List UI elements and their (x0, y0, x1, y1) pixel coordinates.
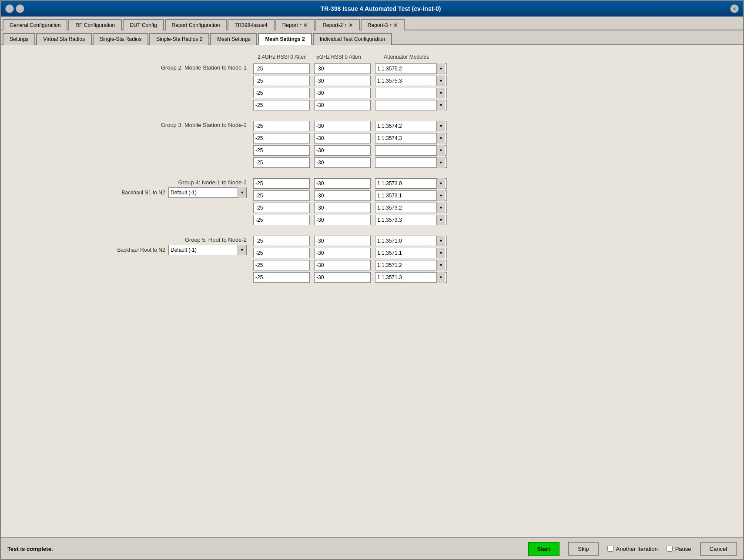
minimize-button[interactable]: − (5, 4, 14, 13)
group4-backhaul-dropdown-icon[interactable]: ▼ (238, 187, 246, 198)
group2-row1-atten-field[interactable]: ▼ (375, 76, 447, 86)
group4-backhaul-input[interactable] (169, 190, 238, 196)
group5-row2-atten-input[interactable] (375, 262, 436, 268)
group2-row3-rssi2-field[interactable] (253, 100, 310, 110)
group4-row2-atten[interactable]: ▼ (375, 203, 447, 213)
tab-mesh-settings[interactable]: Mesh Settings (210, 33, 257, 45)
group2-row2-atten-input[interactable] (375, 90, 436, 96)
group2-row2-rssi2-input[interactable] (254, 90, 302, 96)
group4-row0-rssi2[interactable] (253, 178, 310, 189)
group2-row3-rssi5-input[interactable] (315, 102, 362, 108)
group4-row3-rssi2[interactable] (253, 215, 310, 225)
group4-row2-rssi2[interactable] (253, 203, 310, 213)
group3-row2-atten[interactable]: ▼ (375, 145, 447, 156)
group2-row0-rssi5-input[interactable] (315, 66, 362, 72)
group3-row3-rssi2[interactable] (253, 157, 310, 168)
group3-row0-atten-input[interactable] (375, 123, 436, 129)
tab-rf-configuration[interactable]: RF Configuration (68, 19, 122, 30)
group2-row0-rssi2-input[interactable] (254, 66, 302, 72)
group2-row1-rssi5-input[interactable] (315, 78, 362, 84)
group3-row0-dropdown-icon[interactable]: ▼ (436, 121, 445, 131)
group5-row2-rssi5[interactable] (314, 260, 371, 270)
group3-row0-rssi5-input[interactable] (315, 123, 362, 129)
restore-button[interactable]: □ (16, 4, 24, 13)
tab-single-sta-radios[interactable]: Single-Sta Radios (93, 33, 148, 45)
group2-row2-rssi5-input[interactable] (315, 90, 362, 96)
group2-row1-rssi2-input[interactable] (254, 78, 302, 84)
skip-button[interactable]: Skip (568, 542, 598, 556)
tab-single-sta-radios-2[interactable]: Single-Sta Radios 2 (149, 33, 209, 45)
group5-row0-rssi5-input[interactable] (315, 238, 362, 244)
group3-row0-rssi2-input[interactable] (254, 123, 302, 129)
group4-row1-atten-input[interactable] (375, 193, 436, 199)
group2-row1-rssi2-field[interactable] (253, 76, 310, 86)
group2-row1-rssi5-field[interactable] (314, 76, 371, 86)
group2-row1-atten-input[interactable] (375, 78, 436, 84)
tab-mesh-settings-2[interactable]: Mesh Settings 2 (258, 33, 312, 45)
group4-row0-rssi5-input[interactable] (315, 180, 362, 187)
group3-row2-rssi5[interactable] (314, 145, 371, 156)
group5-row2-rssi2[interactable] (253, 260, 310, 270)
group3-row1-rssi5[interactable] (314, 133, 371, 143)
group2-row2-atten-field[interactable]: ▼ (375, 88, 447, 98)
group2-row2-rssi5-field[interactable] (314, 88, 371, 98)
group5-row1-rssi5-input[interactable] (315, 250, 362, 256)
group5-row1-atten[interactable]: ▼ (375, 248, 447, 258)
group4-row1-rssi2-input[interactable] (254, 193, 302, 199)
group4-row1-atten[interactable]: ▼ (375, 190, 447, 201)
group4-row0-rssi2-input[interactable] (254, 180, 302, 187)
group2-row3-rssi2-input[interactable] (254, 102, 302, 108)
group3-row3-atten-input[interactable] (375, 160, 436, 166)
group3-row1-rssi2[interactable] (253, 133, 310, 143)
group2-row2-atten-dropdown-icon[interactable]: ▼ (436, 88, 445, 98)
group3-row3-rssi2-input[interactable] (254, 160, 302, 166)
group3-row0-rssi2[interactable] (253, 121, 310, 131)
group5-row2-rssi2-input[interactable] (254, 262, 302, 268)
group3-row2-dropdown-icon[interactable]: ▼ (436, 145, 445, 156)
group5-backhaul-dropdown-icon[interactable]: ▼ (238, 245, 246, 255)
group4-row3-rssi5[interactable] (314, 215, 371, 225)
group2-row0-atten-input[interactable] (375, 66, 436, 72)
tab-virtual-sta-radios[interactable]: Virtual Sta Radios (36, 33, 92, 45)
group4-row3-rssi5-input[interactable] (315, 217, 362, 223)
group3-row0-atten[interactable]: ▼ (375, 121, 447, 131)
tab-report-3[interactable]: Report-3 ↑ ✕ (361, 19, 405, 30)
tab-individual-test-configuration[interactable]: Individual Test Configuration (313, 33, 392, 45)
group4-row2-rssi5-input[interactable] (315, 205, 362, 211)
group2-row3-rssi5-field[interactable] (314, 100, 371, 110)
group3-row2-rssi2-input[interactable] (254, 147, 302, 153)
group2-row0-rssi2-field[interactable] (253, 63, 310, 74)
group4-row2-rssi5[interactable] (314, 203, 371, 213)
group4-row3-rssi2-input[interactable] (254, 217, 302, 223)
tab-dut-config[interactable]: DUT Config (123, 19, 164, 30)
group5-row3-atten[interactable]: ▼ (375, 272, 447, 283)
group4-row1-rssi5[interactable] (314, 190, 371, 201)
group5-row3-rssi2-input[interactable] (254, 274, 302, 280)
group4-row0-rssi5[interactable] (314, 178, 371, 189)
group5-row3-rssi2[interactable] (253, 272, 310, 283)
group5-row3-atten-input[interactable] (375, 274, 436, 280)
group3-row3-atten[interactable]: ▼ (375, 157, 447, 168)
group4-row3-dropdown-icon[interactable]: ▼ (436, 215, 445, 225)
group2-row3-atten-input[interactable] (375, 102, 436, 108)
group4-row3-atten[interactable]: ▼ (375, 215, 447, 225)
group5-row1-rssi5[interactable] (314, 248, 371, 258)
group3-row1-atten-input[interactable] (375, 135, 436, 141)
another-iteration-checkbox[interactable] (607, 546, 613, 552)
tab-settings[interactable]: Settings (3, 33, 35, 45)
group4-row3-atten-input[interactable] (375, 217, 436, 223)
group5-row0-atten-input[interactable] (375, 238, 436, 244)
group3-row3-rssi5-input[interactable] (315, 160, 362, 166)
group3-row2-rssi2[interactable] (253, 145, 310, 156)
group4-row1-rssi5-input[interactable] (315, 193, 362, 199)
group2-row3-atten-dropdown-icon[interactable]: ▼ (436, 100, 445, 110)
tab-general-configuration[interactable]: General Configuration (3, 19, 67, 30)
group5-row0-dropdown-icon[interactable]: ▼ (436, 236, 445, 246)
group3-row1-rssi2-input[interactable] (254, 135, 302, 141)
pause-checkbox[interactable] (667, 546, 673, 552)
group4-row1-dropdown-icon[interactable]: ▼ (436, 190, 445, 201)
group4-backhaul-select[interactable]: ▼ (168, 187, 247, 198)
group3-row2-rssi5-input[interactable] (315, 147, 362, 153)
group5-row1-atten-input[interactable] (375, 250, 436, 256)
group5-row2-dropdown-icon[interactable]: ▼ (436, 260, 445, 270)
